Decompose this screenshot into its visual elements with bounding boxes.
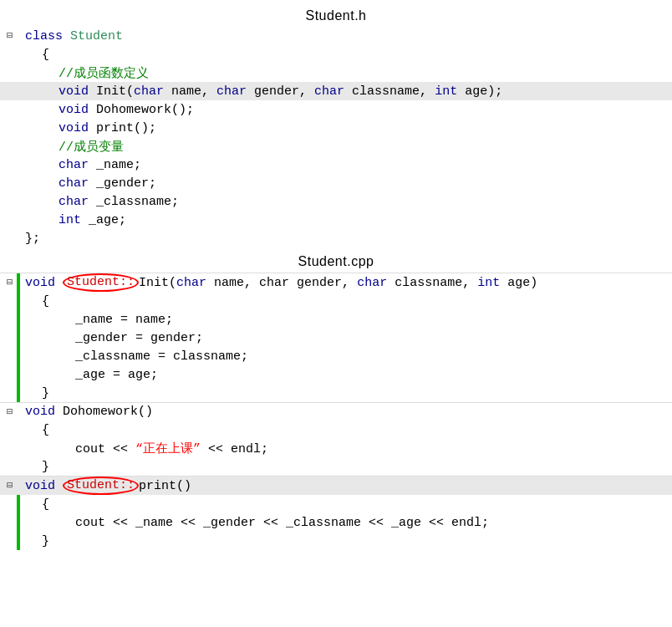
student-scope-print: Student:: [63, 477, 139, 495]
fold-c8[interactable]: ⊟ [7, 405, 13, 418]
line-h7: //成员变量 [0, 137, 672, 155]
stmt-age-assign: _age = age; [75, 368, 158, 382]
comment-member-funcs: //成员函数定义 [59, 65, 149, 81]
line-c15: } [0, 532, 672, 550]
kw-void-init: void [59, 84, 89, 99]
kw-void-dohomework-cpp: void [25, 405, 55, 419]
line-c7: } [0, 384, 672, 402]
print-cpp-sig: print() [139, 479, 191, 493]
kw-char-name: char [59, 158, 89, 172]
fold-c12[interactable]: ⊟ [7, 479, 13, 492]
print-sig: print(); [89, 121, 156, 135]
line-c10: cout << “正在上课” << endl; [0, 439, 672, 457]
space2 [55, 479, 63, 493]
brace-dohw-open: { [42, 423, 49, 437]
kw-int-age: int [59, 213, 81, 227]
fold-c1[interactable]: ⊟ [7, 276, 13, 288]
line-c5: _classname = classname; [0, 347, 672, 365]
kw-void-print: void [59, 121, 89, 135]
stmt-gender-assign: _gender = gender; [75, 331, 203, 345]
line-c6: _age = age; [0, 365, 672, 384]
line-h9: char _gender; [0, 174, 672, 192]
brace-print-open: { [42, 497, 49, 512]
comment-member-vars: //成员变量 [59, 139, 124, 155]
func-dohomework-block: ⊟ void Dohomework() { cout << “正在上课” << … [0, 402, 672, 476]
line-h2: { [0, 45, 672, 64]
func-init-block: ⊟ void Student:: Init(char name, char ge… [0, 273, 672, 402]
brace-init-close: } [42, 386, 49, 400]
stmt-classname-assign: _classname = classname; [75, 349, 248, 364]
line-h1: ⊟ class Student [0, 27, 672, 45]
classname-student: Student [63, 29, 123, 43]
kw-char-classname: char [59, 195, 89, 209]
line-h12: }; [0, 229, 672, 247]
line-h6: void print(); [0, 119, 672, 137]
line-c14: cout << _name << _gender << _classname <… [0, 513, 672, 532]
line-c12: ⊟ void Student:: print() [0, 476, 672, 495]
stmt-cout-print: cout << _name << _gender << _classname <… [75, 516, 489, 530]
line-h5: void Dohomework(); [0, 100, 672, 119]
line-h10: char _classname; [0, 192, 672, 211]
var-age: _age; [81, 213, 126, 227]
kw-void-print-cpp: void [25, 479, 55, 493]
code-editor: Student.h ⊟ class Student { //成员函数定义 voi… [0, 0, 672, 555]
brace-print-close: } [42, 534, 49, 548]
init-sig: Init(char name, char gender, char classn… [89, 84, 502, 99]
var-gender: _gender; [89, 176, 156, 191]
student-scope-init: Student:: [63, 273, 139, 292]
line-h3: //成员函数定义 [0, 64, 672, 82]
space1 [55, 276, 63, 290]
kw-char-gender: char [59, 176, 89, 191]
brace-open: { [42, 48, 49, 62]
file-label-student-cpp: Student.cpp [0, 251, 672, 273]
line-c1: ⊟ void Student:: Init(char name, char ge… [0, 273, 672, 292]
kw-class: class [25, 29, 63, 43]
line-c3: _name = name; [0, 310, 672, 329]
func-print-block: ⊟ void Student:: print() { cout << _name… [0, 476, 672, 550]
brace-dohw-close: } [42, 460, 49, 474]
init-cpp-sig: Init(char name, char gender, char classn… [139, 276, 537, 290]
kw-void-dohomework: void [59, 103, 89, 117]
line-h8: char _name; [0, 155, 672, 174]
dohomework-cpp-sig: Dohomework() [55, 405, 153, 419]
file-label-student-h: Student.h [0, 5, 672, 27]
line-c8: ⊟ void Dohomework() [0, 402, 672, 421]
line-c11: } [0, 457, 672, 476]
fold-h1[interactable]: ⊟ [7, 29, 13, 42]
class-close: }; [25, 232, 40, 246]
line-h11: int _age; [0, 211, 672, 229]
line-h4: void Init(char name, char gender, char c… [0, 82, 672, 100]
stmt-cout-dohw: cout << “正在上课” << endl; [75, 441, 268, 456]
kw-void-init-cpp: void [25, 276, 55, 290]
brace-init-open: { [42, 294, 49, 308]
dohomework-sig: Dohomework(); [89, 103, 194, 117]
line-c4: _gender = gender; [0, 329, 672, 347]
line-c13: { [0, 495, 672, 513]
var-name: _name; [89, 158, 141, 172]
line-c9: { [0, 421, 672, 439]
line-c2: { [0, 292, 672, 310]
stmt-name-assign: _name = name; [75, 313, 173, 327]
var-classname: _classname; [89, 195, 179, 209]
